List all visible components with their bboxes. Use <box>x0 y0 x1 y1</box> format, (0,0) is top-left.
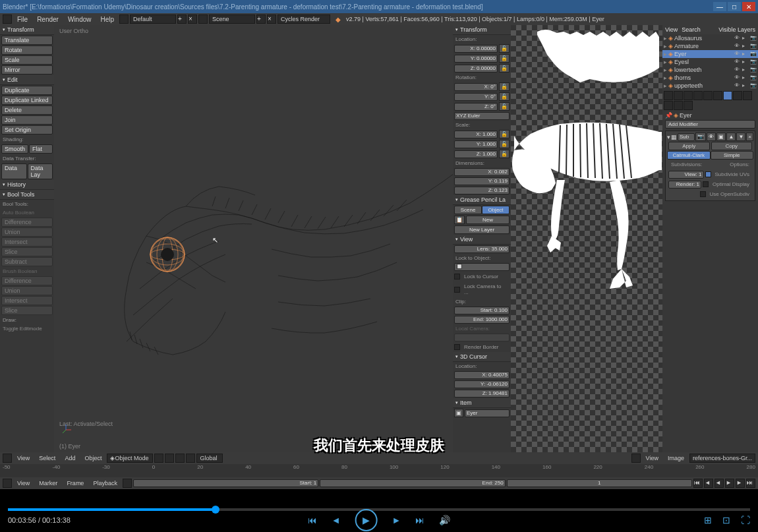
data-lay-button[interactable]: Data Lay <box>28 163 53 179</box>
difference-button[interactable]: Difference <box>1 218 53 227</box>
info-editor-icon[interactable] <box>3 15 12 24</box>
subdivide-uvs-checkbox[interactable] <box>705 171 711 177</box>
local-camera-input[interactable] <box>454 334 510 341</box>
modifier-expand-icon[interactable]: ▾ <box>667 134 670 140</box>
rot-y-input[interactable]: Y: 0° <box>454 93 498 101</box>
scene-icon[interactable] <box>198 15 208 24</box>
start-frame-input[interactable]: Start: 1 <box>133 479 318 487</box>
layout-prev-button[interactable] <box>119 15 129 24</box>
layout-del-button[interactable]: × <box>188 15 197 24</box>
lock-icon[interactable]: 🔓 <box>499 130 510 138</box>
scale-x-input[interactable]: X: 1.000 <box>454 131 498 138</box>
outliner-item-allosaurus[interactable]: ▸◈Allosaurus👁▸📷 <box>662 34 758 42</box>
modifier-up-button[interactable]: ▲ <box>726 133 736 141</box>
view-subdiv-input[interactable]: View: 1 <box>668 171 704 179</box>
subtract-button[interactable]: Subtract <box>1 257 53 266</box>
data-tab[interactable] <box>733 91 742 100</box>
cursor-z-input[interactable]: Z: 1.90481 <box>454 390 510 398</box>
scale-button[interactable]: Scale <box>1 55 53 65</box>
current-frame-input[interactable]: 1 <box>507 479 692 487</box>
slice-button[interactable]: Slice <box>1 247 53 256</box>
menu-render[interactable]: Render <box>33 15 63 24</box>
outliner-item-upperteeth[interactable]: ▸◈upperteeth👁▸📷 <box>662 82 758 90</box>
viewport-3d[interactable]: User Ortho <box>54 25 453 452</box>
orientation-dropdown[interactable]: Global <box>196 454 223 463</box>
outliner-item-thorns[interactable]: ▸◈thorns👁▸📷 <box>662 74 758 82</box>
add-menu[interactable]: Add <box>61 454 79 463</box>
lock-cursor-checkbox[interactable] <box>454 274 460 280</box>
modifier-name-input[interactable]: Sub <box>678 133 695 141</box>
loc-y-input[interactable]: Y: 0.00000 <box>454 55 498 63</box>
close-button[interactable]: ✕ <box>742 2 755 11</box>
physics-tab[interactable] <box>684 101 693 110</box>
play-pause-button[interactable]: ▶ <box>355 509 378 531</box>
view-header[interactable]: View <box>453 235 511 245</box>
gp-new-button[interactable]: New <box>466 216 510 224</box>
timeline-editor-icon[interactable] <box>3 479 12 488</box>
rotate-button[interactable]: Rotate <box>1 45 53 55</box>
grease-pencil-header[interactable]: Grease Pencil La <box>453 195 511 205</box>
uv-editor-icon[interactable] <box>631 454 641 463</box>
apply-button[interactable]: Apply <box>668 142 710 150</box>
clip-end-input[interactable]: End: 1000.000 <box>454 316 510 324</box>
shading-wireframe-icon[interactable] <box>154 454 163 463</box>
end-frame-input[interactable]: End: 250 <box>320 479 505 487</box>
prev-track-button[interactable]: ⏮ <box>308 515 317 525</box>
modifier-tab[interactable] <box>723 91 732 100</box>
select-menu[interactable]: Select <box>35 454 59 463</box>
minimize-button[interactable]: — <box>713 2 726 11</box>
subtitle-button[interactable]: ⊞ <box>704 515 712 525</box>
timeline-playback[interactable]: Playback <box>89 479 121 488</box>
keyframe-prev-icon[interactable]: ◄ <box>704 479 713 488</box>
transform-panel-header[interactable]: Transform <box>0 25 54 35</box>
view-menu[interactable]: View <box>13 454 34 463</box>
jump-end-icon[interactable]: ⏭ <box>746 479 755 488</box>
layout-add-button[interactable]: + <box>177 15 187 24</box>
object-menu[interactable]: Object <box>80 454 105 463</box>
scene-dropdown[interactable]: Scene <box>209 15 255 24</box>
pivot-icon[interactable] <box>165 454 174 463</box>
outliner-item-lowerteeth[interactable]: ▸◈lowerteeth👁▸📷 <box>662 66 758 74</box>
particles-tab[interactable] <box>674 101 683 110</box>
modifier-delete-button[interactable]: × <box>746 133 753 141</box>
render-subdiv-input[interactable]: Render: 1 <box>668 181 701 189</box>
intersect2-button[interactable]: Intersect <box>1 296 53 305</box>
cursor-x-input[interactable]: X: 0.40075 <box>454 371 510 379</box>
lock-icon[interactable]: 🔓 <box>499 64 510 73</box>
smooth-button[interactable]: Smooth <box>1 144 28 154</box>
jump-start-icon[interactable]: ⏮ <box>693 479 703 488</box>
render-tab[interactable] <box>664 91 673 100</box>
object-tab[interactable] <box>703 91 713 100</box>
menu-file[interactable]: File <box>13 15 32 24</box>
rot-z-input[interactable]: Z: 0° <box>454 103 498 111</box>
outliner-filter[interactable]: Visible Layers <box>718 26 755 33</box>
outliner-item-eyer[interactable]: ▸◈Eyer👁▸📷 <box>662 50 758 58</box>
cursor-3d-header[interactable]: 3D Cursor <box>453 352 511 362</box>
menu-window[interactable]: Window <box>64 15 96 24</box>
menu-help[interactable]: Help <box>97 15 119 24</box>
gp-datablock-icon[interactable]: 📋 <box>454 216 465 224</box>
settings-button[interactable]: ⊡ <box>722 515 730 525</box>
lock-object-input[interactable]: 🔲 <box>454 263 510 271</box>
auto-keyframe-icon[interactable] <box>123 479 132 488</box>
edit-panel-header[interactable]: Edit <box>0 75 54 85</box>
timeline-ruler[interactable]: -50-40-300204060801001201401602202402602… <box>0 464 758 477</box>
outliner-item-eyesl[interactable]: ▸◈Eyesl👁▸📷 <box>662 58 758 66</box>
item-name-input[interactable]: Eyer <box>465 409 510 417</box>
lens-input[interactable]: Lens: 35.000 <box>454 245 510 253</box>
delete-button[interactable]: Delete <box>1 105 53 115</box>
duplicate-linked-button[interactable]: Duplicate Linked <box>1 96 53 105</box>
lock-camera-checkbox[interactable] <box>454 287 460 293</box>
play-reverse-icon[interactable]: ◄ <box>714 479 724 488</box>
lock-icon[interactable]: 🔓 <box>499 54 510 63</box>
dim-x-input[interactable]: X: 0.082 <box>454 168 510 176</box>
union2-button[interactable]: Union <box>1 286 53 295</box>
maximize-button[interactable]: □ <box>728 2 741 11</box>
scene-add-button[interactable]: + <box>256 15 266 24</box>
outliner-view[interactable]: View <box>665 26 678 33</box>
flat-button[interactable]: Flat <box>29 144 53 154</box>
slice2-button[interactable]: Slice <box>1 306 53 315</box>
keyframe-next-icon[interactable]: ► <box>736 479 745 488</box>
lock-icon[interactable]: 🔓 <box>499 102 510 111</box>
pin-icon[interactable]: 📌 <box>665 112 672 119</box>
